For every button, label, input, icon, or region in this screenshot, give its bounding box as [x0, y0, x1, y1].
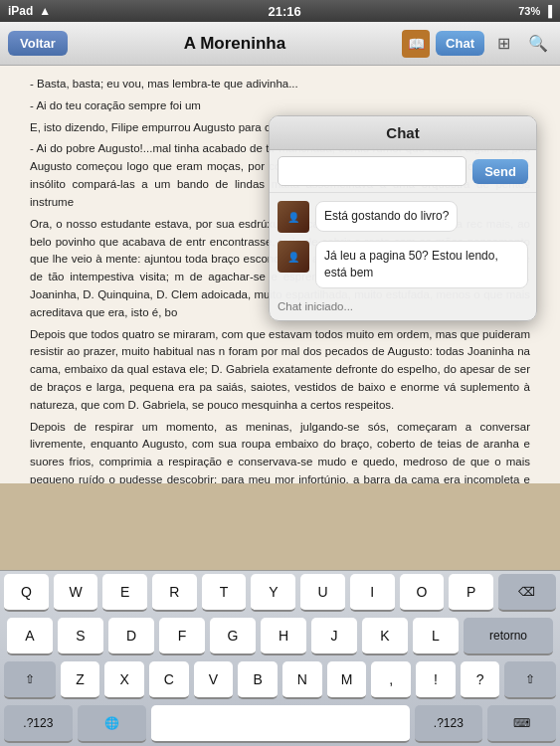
key-f[interactable]: F — [159, 618, 205, 655]
key-s[interactable]: S — [58, 618, 103, 655]
avatar-2: 👤 — [278, 241, 309, 273]
page-title: A Moreninha — [184, 34, 285, 54]
status-time: 21:16 — [269, 4, 301, 19]
chat-title: Chat — [270, 116, 536, 150]
grid-icon[interactable]: ⊞ — [490, 30, 518, 58]
space-key[interactable] — [151, 705, 410, 743]
chat-input-row: Send — [270, 150, 536, 193]
return-key[interactable]: retorno — [464, 618, 553, 655]
key-g[interactable]: G — [210, 618, 256, 655]
chat-panel: Chat Send 👤 Está gostando do livro? 👤 Já… — [269, 115, 537, 321]
key-c[interactable]: C — [149, 661, 189, 699]
chat-bubble-1: Está gostando do livro? — [315, 201, 458, 232]
key-i[interactable]: I — [350, 574, 395, 612]
status-left: iPad ▲ — [8, 4, 51, 18]
key-n[interactable]: N — [282, 661, 322, 699]
key-e[interactable]: E — [102, 574, 147, 612]
shift-key-right[interactable]: ⇧ — [504, 661, 556, 699]
key-x[interactable]: X — [104, 661, 144, 699]
key-q[interactable]: Q — [4, 574, 49, 612]
key-h[interactable]: H — [261, 618, 306, 655]
numbers-key-left[interactable]: .?123 — [4, 705, 73, 743]
chat-messages: 👤 Está gostando do livro? 👤 Já leu a pag… — [270, 193, 536, 296]
backspace-key[interactable]: ⌫ — [498, 574, 556, 612]
key-d[interactable]: D — [108, 618, 154, 655]
keyboard: Q W E R T Y U I O P ⌫ A S D F G H J K L … — [0, 570, 560, 746]
key-m[interactable]: M — [327, 661, 367, 699]
keyboard-row-1: Q W E R T Y U I O P ⌫ — [0, 571, 560, 615]
keyboard-row-4: .?123 🌐 .?123 ⌨ — [0, 702, 560, 746]
nav-bar: Voltar A Moreninha 📖 Chat ⊞ 🔍 — [0, 22, 560, 66]
key-l[interactable]: L — [413, 618, 459, 655]
chat-button[interactable]: Chat — [436, 31, 484, 56]
key-question[interactable]: ? — [461, 661, 500, 699]
back-button[interactable]: Voltar — [8, 31, 68, 56]
keyboard-hide-key[interactable]: ⌨ — [487, 705, 556, 743]
search-icon[interactable]: 🔍 — [524, 30, 552, 58]
numbers-key-right[interactable]: .?123 — [415, 705, 483, 743]
key-p[interactable]: P — [449, 574, 493, 612]
chat-send-button[interactable]: Send — [472, 159, 528, 184]
chat-message-2: 👤 Já leu a pagina 50? Estou lendo, está … — [278, 241, 528, 288]
book-content-area: - Basta, basta; eu vou, mas lembra-te qu… — [0, 66, 560, 483]
key-y[interactable]: Y — [251, 574, 295, 612]
key-j[interactable]: J — [311, 618, 357, 655]
wifi-icon: ▲ — [39, 4, 51, 18]
key-k[interactable]: K — [362, 618, 408, 655]
chat-bubble-2: Já leu a pagina 50? Estou lendo, está be… — [315, 241, 528, 288]
shift-key[interactable]: ⇧ — [4, 661, 56, 699]
key-w[interactable]: W — [54, 574, 98, 612]
key-comma[interactable]: , — [371, 661, 411, 699]
key-b[interactable]: B — [238, 661, 278, 699]
key-o[interactable]: O — [400, 574, 445, 612]
emoji-key[interactable]: 🌐 — [78, 705, 146, 743]
status-bar: iPad ▲ 21:16 73% ▐ — [0, 0, 560, 22]
key-v[interactable]: V — [194, 661, 234, 699]
nav-right-actions: 📖 Chat ⊞ 🔍 — [402, 30, 552, 58]
key-a[interactable]: A — [7, 618, 53, 655]
book-icon[interactable]: 📖 — [402, 30, 430, 58]
battery-percent: 73% — [518, 5, 540, 17]
key-u[interactable]: U — [300, 574, 345, 612]
chat-message-1: 👤 Está gostando do livro? — [278, 201, 528, 233]
keyboard-row-2: A S D F G H J K L retorno — [0, 615, 560, 658]
key-r[interactable]: R — [152, 574, 197, 612]
keyboard-row-3: ⇧ Z X C V B N M , ! ? ⇧ — [0, 658, 560, 702]
key-exclaim[interactable]: ! — [416, 661, 456, 699]
status-right: 73% ▐ — [518, 5, 552, 17]
battery-icon: ▐ — [544, 5, 552, 17]
chat-input[interactable] — [278, 156, 467, 186]
key-t[interactable]: T — [202, 574, 247, 612]
key-z[interactable]: Z — [61, 661, 100, 699]
chat-status: Chat iniciado... — [270, 296, 536, 320]
avatar-1: 👤 — [278, 201, 309, 233]
ipad-label: iPad — [8, 4, 33, 18]
